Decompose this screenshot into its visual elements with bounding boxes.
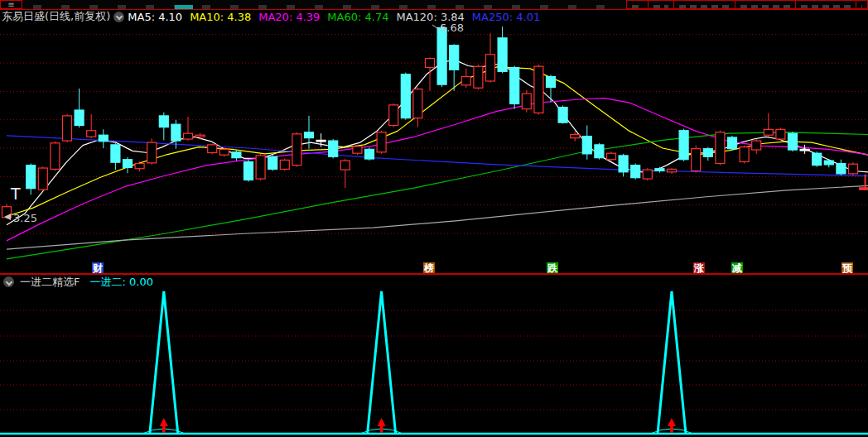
candle-body (51, 143, 60, 170)
candle-body (740, 147, 749, 162)
chart-watermark-button-榜[interactable]: 榜 (423, 262, 435, 274)
candle-body (232, 152, 241, 158)
candle-body (643, 170, 652, 179)
candle-body (195, 135, 205, 137)
candle-body (474, 66, 483, 88)
candle-body (426, 59, 435, 68)
chart-watermark-button-涨[interactable]: 涨 (693, 262, 705, 274)
candle-body (353, 146, 362, 153)
low-price-label: 3.25 (13, 212, 37, 224)
candle-body (75, 110, 84, 126)
candle-body (837, 164, 846, 174)
chart-watermark-button-减[interactable]: 减 (731, 262, 743, 274)
candle-body (692, 149, 701, 171)
candle-body (619, 156, 628, 172)
ma-line-ma250 (7, 136, 868, 176)
candle-body (135, 164, 144, 169)
ma-line-ma120 (7, 185, 868, 249)
candle-body (655, 169, 664, 171)
candle-body (461, 77, 470, 85)
candle-body (679, 131, 688, 160)
buy-signal-arrow-icon (378, 418, 386, 433)
candle-body (208, 145, 217, 153)
candle-body (752, 141, 761, 150)
indicator-value: 一进二: 0.00 (89, 275, 152, 290)
candle-body (788, 133, 798, 150)
candle-body (365, 149, 374, 159)
indicator-header: 一进二精选F 一进二: 0.00 (0, 276, 868, 288)
candle-body (147, 142, 157, 163)
signal-spike (658, 291, 686, 434)
candle-body (631, 166, 640, 178)
candle-body (171, 124, 181, 141)
candle-body (111, 145, 120, 162)
candle-body (486, 55, 495, 81)
candle-body (377, 132, 386, 152)
candle-body (510, 68, 519, 104)
high-price-label: 6.68 (440, 22, 464, 34)
candle-body (716, 132, 725, 164)
chevron-down-icon[interactable] (3, 276, 14, 287)
candle-body (595, 145, 604, 158)
high-label-tick (432, 25, 438, 29)
candle-body (329, 141, 338, 156)
candle-body (280, 160, 289, 169)
candle-body (437, 27, 446, 84)
candle-body (668, 169, 677, 171)
buy-signal-arrow-icon (668, 418, 676, 433)
candle-body (401, 74, 410, 118)
candle-body (534, 66, 543, 113)
candle-body (413, 89, 422, 118)
candlestick-and-indicator-canvas: 6.683.25T (0, 0, 868, 437)
candle-body (292, 134, 301, 166)
candle-body (256, 156, 265, 179)
chart-watermark-button-跌[interactable]: 跌 (547, 262, 558, 274)
chart-watermark-button-预[interactable]: 预 (841, 262, 853, 274)
buy-signal-arrow-icon (160, 418, 168, 433)
candle-body (558, 108, 567, 123)
candle-body (87, 131, 96, 137)
candle-body (184, 133, 193, 139)
candle-body (498, 38, 507, 71)
candle-body (849, 164, 858, 174)
candle-body (268, 156, 277, 169)
t-marker: T (10, 185, 21, 203)
candle-body (305, 132, 314, 138)
candle-body (607, 153, 616, 160)
candle-body (582, 137, 591, 154)
candle-body (547, 77, 556, 88)
candle-body (219, 149, 229, 155)
signal-spike (150, 291, 178, 434)
candle-body (450, 46, 459, 70)
candle-body (728, 137, 737, 149)
candle-body (522, 94, 531, 109)
trading-app-window: ≡ 东易日盛(日线,前复权) MA5: 4.10MA10: 4.38MA20: … (0, 0, 868, 437)
candle-body (824, 161, 833, 165)
candle-body (703, 149, 712, 157)
last-bar-foot (859, 187, 868, 190)
candle-body (776, 129, 785, 139)
candle-body (38, 168, 47, 190)
candle-body (764, 129, 773, 135)
candle-body (244, 161, 253, 180)
candle-body (389, 105, 398, 126)
candle-body (99, 135, 108, 142)
candle-body (316, 140, 326, 142)
chart-watermark-button-财[interactable]: 财 (92, 262, 104, 274)
candle-body (340, 161, 350, 170)
candle-body (159, 116, 168, 127)
candle-body (800, 149, 809, 151)
indicator-name: 一进二精选F (20, 275, 80, 290)
candle-body (63, 116, 72, 141)
candle-body (123, 160, 133, 168)
signal-spike (368, 291, 396, 434)
candle-body (813, 153, 822, 165)
candle-body (571, 135, 580, 138)
candle-body (27, 166, 36, 189)
